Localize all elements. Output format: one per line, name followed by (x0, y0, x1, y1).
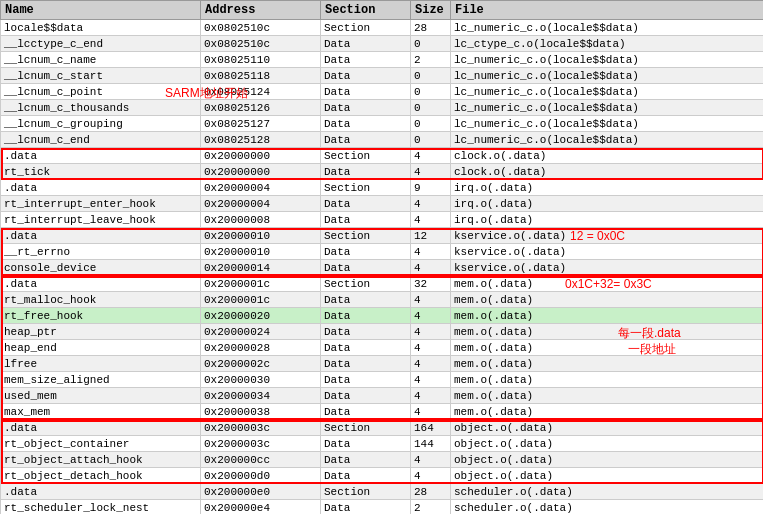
file-cell: lc_numeric_c.o(locale$$data) (451, 68, 764, 84)
type-cell: Data (321, 356, 411, 372)
addr-cell: 0x20000004 (201, 180, 321, 196)
file-cell: irq.o(.data) (451, 196, 764, 212)
name-cell: __lcnum_c_end (1, 132, 201, 148)
size-cell: 0 (411, 68, 451, 84)
table-row: .data0x20000000Section4clock.o(.data) (1, 148, 764, 164)
name-cell: rt_interrupt_leave_hook (1, 212, 201, 228)
addr-cell: 0x20000020 (201, 308, 321, 324)
col-header-size: Size (411, 1, 451, 20)
type-cell: Data (321, 292, 411, 308)
table-row: .data0x20000010Section12kservice.o(.data… (1, 228, 764, 244)
col-header-type: Section (321, 1, 411, 20)
size-cell: 0 (411, 84, 451, 100)
table-row: .data0x200000e0Section28scheduler.o(.dat… (1, 484, 764, 500)
addr-cell: 0x200000d0 (201, 468, 321, 484)
addr-cell: 0x20000000 (201, 148, 321, 164)
main-container: Name Address Section Size File locale$$d… (0, 0, 763, 514)
file-cell: kservice.o(.data) (451, 260, 764, 276)
addr-cell: 0x2000001c (201, 292, 321, 308)
type-cell: Section (321, 20, 411, 36)
file-cell: mem.o(.data) (451, 356, 764, 372)
file-cell: object.o(.data) (451, 468, 764, 484)
table-row: heap_ptr0x20000024Data4mem.o(.data) (1, 324, 764, 340)
size-cell: 2 (411, 52, 451, 68)
file-cell: mem.o(.data) (451, 308, 764, 324)
size-cell: 2 (411, 500, 451, 515)
size-cell: 0 (411, 100, 451, 116)
file-cell: lc_numeric_c.o(locale$$data) (451, 52, 764, 68)
addr-cell: 0x20000024 (201, 324, 321, 340)
type-cell: Data (321, 68, 411, 84)
addr-cell: 0x08025126 (201, 100, 321, 116)
type-cell: Data (321, 340, 411, 356)
type-cell: Section (321, 148, 411, 164)
name-cell: locale$$data (1, 20, 201, 36)
name-cell: __lcnum_c_start (1, 68, 201, 84)
table-row: lfree0x2000002cData4mem.o(.data) (1, 356, 764, 372)
file-cell: scheduler.o(.data) (451, 484, 764, 500)
addr-cell: 0x20000014 (201, 260, 321, 276)
table-row: used_mem0x20000034Data4mem.o(.data) (1, 388, 764, 404)
table-row: rt_free_hook0x20000020Data4mem.o(.data) (1, 308, 764, 324)
table-row: rt_malloc_hook0x2000001cData4mem.o(.data… (1, 292, 764, 308)
name-cell: rt_object_detach_hook (1, 468, 201, 484)
table-row: __rt_errno0x20000010Data4kservice.o(.dat… (1, 244, 764, 260)
type-cell: Data (321, 164, 411, 180)
table-row: __lcnum_c_point0x08025124Data0lc_numeric… (1, 84, 764, 100)
symbol-table: Name Address Section Size File locale$$d… (0, 0, 763, 514)
file-cell: mem.o(.data) (451, 340, 764, 356)
table-row: rt_object_attach_hook0x200000ccData4obje… (1, 452, 764, 468)
addr-cell: 0x200000e0 (201, 484, 321, 500)
addr-cell: 0x20000004 (201, 196, 321, 212)
name-cell: heap_ptr (1, 324, 201, 340)
size-cell: 28 (411, 484, 451, 500)
size-cell: 9 (411, 180, 451, 196)
type-cell: Data (321, 324, 411, 340)
type-cell: Data (321, 308, 411, 324)
addr-cell: 0x0802510c (201, 20, 321, 36)
file-cell: lc_numeric_c.o(locale$$data) (451, 20, 764, 36)
table-row: __lcnum_c_name0x08025110Data2lc_numeric_… (1, 52, 764, 68)
name-cell: heap_end (1, 340, 201, 356)
type-cell: Data (321, 500, 411, 515)
size-cell: 4 (411, 356, 451, 372)
size-cell: 4 (411, 340, 451, 356)
addr-cell: 0x200000cc (201, 452, 321, 468)
type-cell: Data (321, 404, 411, 420)
table-row: rt_interrupt_leave_hook0x20000008Data4ir… (1, 212, 764, 228)
table-row: locale$$data0x0802510cSection28lc_numeri… (1, 20, 764, 36)
table-row: rt_scheduler_lock_nest0x200000e4Data2sch… (1, 500, 764, 515)
size-cell: 4 (411, 164, 451, 180)
table-row: heap_end0x20000028Data4mem.o(.data) (1, 340, 764, 356)
type-cell: Data (321, 100, 411, 116)
size-cell: 144 (411, 436, 451, 452)
type-cell: Data (321, 36, 411, 52)
table-row: max_mem0x20000038Data4mem.o(.data) (1, 404, 764, 420)
size-cell: 4 (411, 308, 451, 324)
file-cell: irq.o(.data) (451, 212, 764, 228)
size-cell: 32 (411, 276, 451, 292)
table-body: locale$$data0x0802510cSection28lc_numeri… (1, 20, 764, 515)
size-cell: 4 (411, 148, 451, 164)
size-cell: 4 (411, 212, 451, 228)
addr-cell: 0x2000002c (201, 356, 321, 372)
type-cell: Section (321, 484, 411, 500)
addr-cell: 0x2000001c (201, 276, 321, 292)
type-cell: Data (321, 212, 411, 228)
table-row: __lcnum_c_grouping0x08025127Data0lc_nume… (1, 116, 764, 132)
table-row: .data0x2000003cSection164object.o(.data) (1, 420, 764, 436)
addr-cell: 0x08025127 (201, 116, 321, 132)
name-cell: used_mem (1, 388, 201, 404)
table-row: rt_object_detach_hook0x200000d0Data4obje… (1, 468, 764, 484)
file-cell: kservice.o(.data) (451, 244, 764, 260)
name-cell: .data (1, 484, 201, 500)
file-cell: object.o(.data) (451, 436, 764, 452)
file-cell: scheduler.o(.data) (451, 500, 764, 515)
type-cell: Section (321, 228, 411, 244)
name-cell: lfree (1, 356, 201, 372)
type-cell: Data (321, 452, 411, 468)
size-cell: 0 (411, 116, 451, 132)
name-cell: .data (1, 228, 201, 244)
name-cell: rt_free_hook (1, 308, 201, 324)
addr-cell: 0x2000003c (201, 436, 321, 452)
